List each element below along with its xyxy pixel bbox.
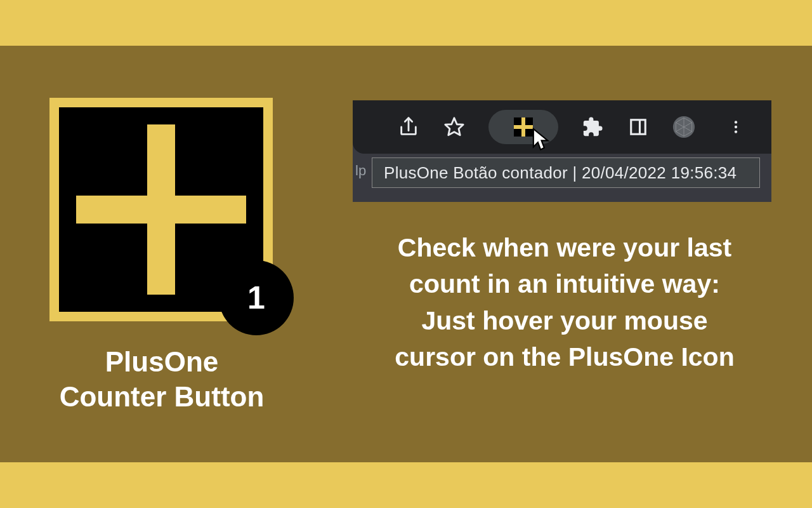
plusone-extension-button[interactable] <box>488 110 558 144</box>
share-icon[interactable] <box>397 116 420 138</box>
content-band: 1 PlusOne Counter Button <box>0 46 812 462</box>
truncated-text-hint: lp <box>355 163 366 179</box>
description-line-2: count in an intuitive way: <box>330 266 799 302</box>
product-name-line-1: PlusOne <box>25 344 298 379</box>
browser-toolbar-row <box>353 100 771 154</box>
description-line-4: cursor on the PlusOne Icon <box>330 339 799 375</box>
counter-badge: 1 <box>219 260 294 335</box>
more-menu-icon[interactable] <box>724 116 747 138</box>
star-icon[interactable] <box>443 116 466 138</box>
description-line-1: Check when were your last <box>330 230 799 266</box>
product-name: PlusOne Counter Button <box>25 344 298 414</box>
product-name-line-2: Counter Button <box>25 379 298 414</box>
svg-rect-1 <box>631 120 646 135</box>
svg-marker-0 <box>445 118 463 135</box>
description-line-3: Just hover your mouse <box>330 303 799 339</box>
plus-icon-horizontal <box>76 196 246 224</box>
side-panel-icon[interactable] <box>627 116 650 138</box>
feature-description: Check when were your last count in an in… <box>330 230 799 376</box>
svg-point-10 <box>735 130 737 133</box>
browser-toolbar-screenshot: lp PlusOne Botão contador | 20/04/2022 1… <box>353 100 771 202</box>
svg-point-8 <box>735 121 737 123</box>
extension-tooltip: PlusOne Botão contador | 20/04/2022 19:5… <box>372 157 760 188</box>
plus-icon <box>514 117 533 137</box>
profile-avatar-icon[interactable] <box>672 116 695 138</box>
extensions-icon[interactable] <box>581 116 604 138</box>
svg-point-9 <box>735 126 737 128</box>
